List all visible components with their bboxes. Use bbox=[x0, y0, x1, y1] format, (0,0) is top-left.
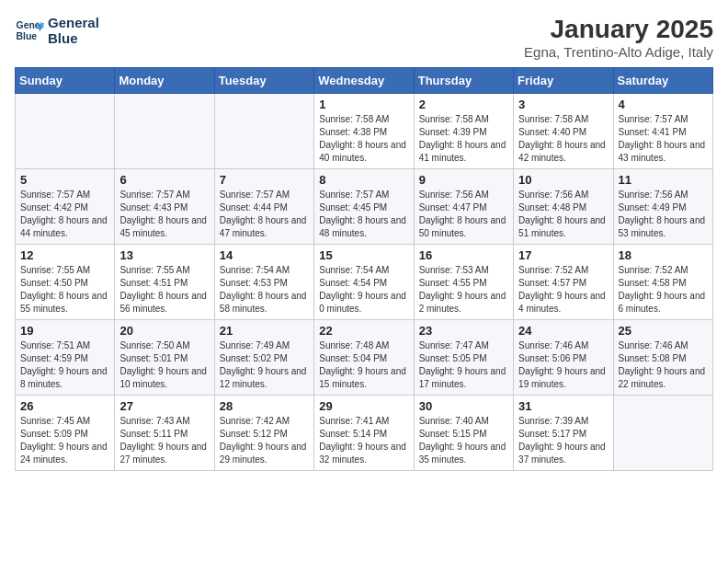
day-info: Sunrise: 7:57 AM Sunset: 4:41 PM Dayligh… bbox=[619, 113, 708, 165]
day-info: Sunrise: 7:55 AM Sunset: 4:51 PM Dayligh… bbox=[119, 264, 209, 316]
day-info: Sunrise: 7:56 AM Sunset: 4:47 PM Dayligh… bbox=[419, 189, 508, 240]
day-cell bbox=[16, 94, 115, 169]
day-cell: 14Sunrise: 7:54 AM Sunset: 4:53 PM Dayli… bbox=[214, 245, 313, 320]
day-cell: 6Sunrise: 7:57 AM Sunset: 4:43 PM Daylig… bbox=[115, 169, 214, 245]
day-info: Sunrise: 7:51 AM Sunset: 4:59 PM Dayligh… bbox=[20, 339, 109, 391]
day-number: 29 bbox=[319, 399, 408, 413]
day-info: Sunrise: 7:57 AM Sunset: 4:43 PM Dayligh… bbox=[119, 189, 209, 240]
day-info: Sunrise: 7:45 AM Sunset: 5:09 PM Dayligh… bbox=[20, 415, 109, 466]
weekday-wednesday: Wednesday bbox=[314, 68, 414, 94]
day-number: 9 bbox=[419, 173, 508, 187]
day-number: 6 bbox=[119, 173, 209, 187]
calendar-title: January 2025 bbox=[524, 15, 713, 44]
day-number: 21 bbox=[220, 324, 309, 338]
weekday-tuesday: Tuesday bbox=[214, 68, 313, 94]
week-row-2: 5Sunrise: 7:57 AM Sunset: 4:42 PM Daylig… bbox=[16, 169, 713, 245]
weekday-saturday: Saturday bbox=[613, 68, 712, 94]
day-number: 28 bbox=[220, 399, 309, 413]
day-cell: 20Sunrise: 7:50 AM Sunset: 5:01 PM Dayli… bbox=[115, 320, 214, 396]
day-cell: 26Sunrise: 7:45 AM Sunset: 5:09 PM Dayli… bbox=[16, 396, 115, 471]
day-number: 18 bbox=[619, 248, 708, 262]
day-info: Sunrise: 7:58 AM Sunset: 4:40 PM Dayligh… bbox=[518, 113, 608, 165]
logo-blue: Blue bbox=[48, 30, 99, 46]
day-cell: 7Sunrise: 7:57 AM Sunset: 4:44 PM Daylig… bbox=[214, 169, 313, 245]
day-info: Sunrise: 7:57 AM Sunset: 4:42 PM Dayligh… bbox=[20, 189, 109, 240]
day-cell: 23Sunrise: 7:47 AM Sunset: 5:05 PM Dayli… bbox=[414, 320, 513, 396]
day-cell: 10Sunrise: 7:56 AM Sunset: 4:48 PM Dayli… bbox=[514, 169, 613, 245]
day-info: Sunrise: 7:50 AM Sunset: 5:01 PM Dayligh… bbox=[119, 339, 209, 391]
day-cell: 18Sunrise: 7:52 AM Sunset: 4:58 PM Dayli… bbox=[613, 245, 712, 320]
day-cell: 4Sunrise: 7:57 AM Sunset: 4:41 PM Daylig… bbox=[613, 94, 712, 169]
day-cell: 12Sunrise: 7:55 AM Sunset: 4:50 PM Dayli… bbox=[16, 245, 115, 320]
day-info: Sunrise: 7:49 AM Sunset: 5:02 PM Dayligh… bbox=[220, 339, 309, 391]
day-number: 11 bbox=[619, 173, 708, 187]
day-cell: 31Sunrise: 7:39 AM Sunset: 5:17 PM Dayli… bbox=[514, 396, 613, 471]
logo-general: General bbox=[48, 15, 99, 30]
day-number: 1 bbox=[319, 98, 408, 111]
weekday-header-row: SundayMondayTuesdayWednesdayThursdayFrid… bbox=[16, 68, 713, 94]
day-info: Sunrise: 7:52 AM Sunset: 4:57 PM Dayligh… bbox=[518, 264, 608, 316]
week-row-1: 1Sunrise: 7:58 AM Sunset: 4:38 PM Daylig… bbox=[16, 94, 713, 169]
day-cell: 8Sunrise: 7:57 AM Sunset: 4:45 PM Daylig… bbox=[314, 169, 414, 245]
day-cell bbox=[613, 396, 712, 471]
day-cell: 24Sunrise: 7:46 AM Sunset: 5:06 PM Dayli… bbox=[514, 320, 613, 396]
day-info: Sunrise: 7:57 AM Sunset: 4:44 PM Dayligh… bbox=[220, 189, 309, 240]
day-number: 8 bbox=[319, 173, 408, 187]
day-cell bbox=[115, 94, 214, 169]
day-cell: 19Sunrise: 7:51 AM Sunset: 4:59 PM Dayli… bbox=[16, 320, 115, 396]
day-number: 24 bbox=[518, 324, 608, 338]
day-number: 20 bbox=[119, 324, 209, 338]
day-number: 10 bbox=[518, 173, 608, 187]
day-info: Sunrise: 7:54 AM Sunset: 4:53 PM Dayligh… bbox=[220, 264, 309, 316]
day-number: 5 bbox=[20, 173, 109, 187]
day-info: Sunrise: 7:40 AM Sunset: 5:15 PM Dayligh… bbox=[419, 415, 508, 466]
day-cell: 16Sunrise: 7:53 AM Sunset: 4:55 PM Dayli… bbox=[414, 245, 513, 320]
day-info: Sunrise: 7:39 AM Sunset: 5:17 PM Dayligh… bbox=[518, 415, 608, 466]
day-info: Sunrise: 7:48 AM Sunset: 5:04 PM Dayligh… bbox=[319, 339, 408, 391]
day-info: Sunrise: 7:57 AM Sunset: 4:45 PM Dayligh… bbox=[319, 189, 408, 240]
day-number: 22 bbox=[319, 324, 408, 338]
week-row-5: 26Sunrise: 7:45 AM Sunset: 5:09 PM Dayli… bbox=[16, 396, 713, 471]
day-info: Sunrise: 7:55 AM Sunset: 4:50 PM Dayligh… bbox=[20, 264, 109, 316]
day-info: Sunrise: 7:58 AM Sunset: 4:39 PM Dayligh… bbox=[419, 113, 508, 165]
svg-text:Blue: Blue bbox=[17, 31, 38, 41]
day-info: Sunrise: 7:56 AM Sunset: 4:48 PM Dayligh… bbox=[518, 189, 608, 240]
day-cell: 29Sunrise: 7:41 AM Sunset: 5:14 PM Dayli… bbox=[314, 396, 414, 471]
day-info: Sunrise: 7:47 AM Sunset: 5:05 PM Dayligh… bbox=[419, 339, 508, 391]
weekday-monday: Monday bbox=[115, 68, 214, 94]
day-number: 3 bbox=[518, 98, 608, 111]
day-info: Sunrise: 7:46 AM Sunset: 5:08 PM Dayligh… bbox=[619, 339, 708, 391]
weekday-friday: Friday bbox=[514, 68, 613, 94]
day-cell: 9Sunrise: 7:56 AM Sunset: 4:47 PM Daylig… bbox=[414, 169, 513, 245]
week-row-4: 19Sunrise: 7:51 AM Sunset: 4:59 PM Dayli… bbox=[16, 320, 713, 396]
day-info: Sunrise: 7:58 AM Sunset: 4:38 PM Dayligh… bbox=[319, 113, 408, 165]
day-cell: 25Sunrise: 7:46 AM Sunset: 5:08 PM Dayli… bbox=[613, 320, 712, 396]
calendar-subtitle: Egna, Trentino-Alto Adige, Italy bbox=[524, 44, 713, 60]
day-info: Sunrise: 7:56 AM Sunset: 4:49 PM Dayligh… bbox=[619, 189, 708, 240]
day-info: Sunrise: 7:54 AM Sunset: 4:54 PM Dayligh… bbox=[319, 264, 408, 316]
title-block: January 2025 Egna, Trentino-Alto Adige, … bbox=[524, 15, 713, 60]
day-number: 14 bbox=[220, 248, 309, 262]
logo-icon: General Blue bbox=[15, 16, 44, 45]
day-number: 15 bbox=[319, 248, 408, 262]
day-info: Sunrise: 7:43 AM Sunset: 5:11 PM Dayligh… bbox=[119, 415, 209, 466]
day-number: 23 bbox=[419, 324, 508, 338]
day-info: Sunrise: 7:46 AM Sunset: 5:06 PM Dayligh… bbox=[518, 339, 608, 391]
weekday-thursday: Thursday bbox=[414, 68, 513, 94]
day-info: Sunrise: 7:42 AM Sunset: 5:12 PM Dayligh… bbox=[220, 415, 309, 466]
calendar-table: SundayMondayTuesdayWednesdayThursdayFrid… bbox=[15, 67, 713, 471]
day-cell: 17Sunrise: 7:52 AM Sunset: 4:57 PM Dayli… bbox=[514, 245, 613, 320]
day-number: 17 bbox=[518, 248, 608, 262]
weekday-sunday: Sunday bbox=[16, 68, 115, 94]
day-cell: 5Sunrise: 7:57 AM Sunset: 4:42 PM Daylig… bbox=[16, 169, 115, 245]
day-info: Sunrise: 7:41 AM Sunset: 5:14 PM Dayligh… bbox=[319, 415, 408, 466]
day-cell: 11Sunrise: 7:56 AM Sunset: 4:49 PM Dayli… bbox=[613, 169, 712, 245]
day-number: 27 bbox=[119, 399, 209, 413]
day-number: 31 bbox=[518, 399, 608, 413]
day-cell: 22Sunrise: 7:48 AM Sunset: 5:04 PM Dayli… bbox=[314, 320, 414, 396]
day-cell: 28Sunrise: 7:42 AM Sunset: 5:12 PM Dayli… bbox=[214, 396, 313, 471]
day-cell: 21Sunrise: 7:49 AM Sunset: 5:02 PM Dayli… bbox=[214, 320, 313, 396]
day-cell bbox=[214, 94, 313, 169]
day-number: 26 bbox=[20, 399, 109, 413]
day-number: 4 bbox=[619, 98, 708, 111]
